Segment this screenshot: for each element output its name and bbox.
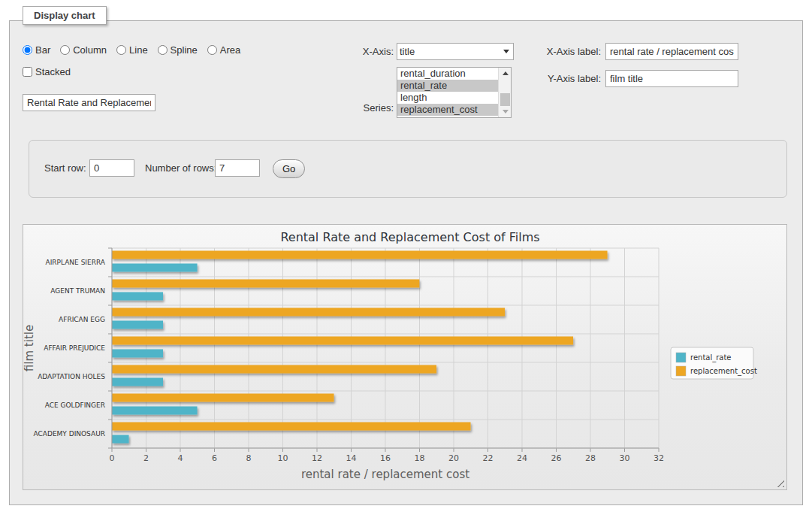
category-label: AGENT TRUMAN	[50, 287, 105, 295]
bar-replacement_cost[interactable]	[112, 308, 505, 317]
start-row-input[interactable]	[89, 159, 134, 177]
x-axis-label-input[interactable]	[605, 43, 738, 60]
scroll-down-icon[interactable]	[499, 106, 512, 117]
bar-rental_rate[interactable]	[112, 350, 163, 358]
bar-rental_rate[interactable]	[112, 321, 163, 329]
bar-rental_rate[interactable]	[112, 264, 198, 272]
start-row-label: Start row:	[44, 159, 86, 177]
x-tick-label: 0	[110, 453, 115, 463]
radio-area-input[interactable]	[207, 45, 217, 55]
legend-label-rental_rate[interactable]: rental_rate	[690, 353, 732, 362]
x-tick-label: 8	[246, 453, 252, 463]
series-option-replacement-cost[interactable]: replacement_cost	[397, 104, 498, 116]
fieldset-legend: Display chart	[23, 6, 107, 25]
series-option-rental-rate[interactable]: rental_rate	[397, 80, 498, 92]
category-label: AFRICAN EGG	[59, 316, 105, 323]
chart-title: Rental Rate and Replacement Cost of Film…	[280, 230, 539, 244]
x-tick-label: 30	[620, 453, 630, 463]
chart-title-input[interactable]	[23, 94, 155, 111]
x-tick-label: 26	[551, 453, 562, 463]
radio-spline[interactable]: Spline	[158, 44, 198, 56]
bar-replacement_cost[interactable]	[112, 423, 471, 431]
y-axis-label-label: Y-Axis label:	[535, 70, 601, 87]
x-tick-label: 14	[346, 453, 357, 463]
x-tick-label: 28	[585, 453, 596, 463]
radio-bar[interactable]: Bar	[23, 44, 50, 56]
x-axis-title: rental rate / replacement cost	[301, 468, 469, 481]
x-tick-label: 32	[654, 453, 664, 463]
bar-replacement_cost[interactable]	[112, 394, 334, 402]
y-axis-title: film title	[23, 325, 36, 371]
series-option-rental-duration[interactable]: rental_duration	[397, 68, 498, 80]
y-axis-label-input[interactable]	[605, 70, 738, 87]
x-tick-label: 6	[212, 453, 217, 463]
bar-replacement_cost[interactable]	[112, 337, 573, 345]
radio-area[interactable]: Area	[207, 44, 240, 56]
bar-replacement_cost[interactable]	[112, 280, 419, 288]
radio-spline-label: Spline	[171, 44, 198, 56]
chart-type-radios: Bar Column Line Spline Area	[23, 44, 240, 56]
radio-area-label: Area	[220, 44, 240, 56]
radio-bar-input[interactable]	[23, 45, 32, 55]
category-label: AIRPLANE SIERRA	[45, 259, 105, 266]
radio-line-label: Line	[129, 44, 148, 56]
x-tick-label: 22	[483, 453, 494, 463]
radio-column-label: Column	[73, 44, 107, 56]
bar-rental_rate[interactable]	[112, 378, 163, 386]
legend-label-replacement_cost[interactable]: replacement_cost	[690, 367, 757, 376]
x-tick-label: 20	[448, 453, 459, 463]
bar-rental_rate[interactable]	[112, 435, 129, 444]
row-controls-panel: Start row: Number of rows: Go	[29, 140, 787, 198]
page: Display chart Bar Column Line Spline Are…	[0, 0, 812, 512]
go-button[interactable]: Go	[273, 159, 305, 178]
radio-column[interactable]: Column	[60, 44, 107, 56]
x-tick-label: 10	[278, 453, 288, 463]
category-label: AFFAIR PREJUDICE	[44, 344, 105, 352]
bar-rental_rate[interactable]	[112, 407, 198, 415]
x-tick-label: 2	[143, 453, 149, 463]
category-label: ADAPTATION HOLES	[38, 373, 105, 380]
bar-replacement_cost[interactable]	[112, 365, 436, 374]
series-select-label: Series:	[319, 99, 394, 117]
num-rows-input[interactable]	[215, 159, 260, 177]
stacked-checkbox-row: Stacked	[23, 66, 71, 77]
radio-line-input[interactable]	[116, 45, 126, 55]
num-rows-label: Number of rows:	[145, 159, 216, 177]
radio-bar-label: Bar	[35, 44, 50, 56]
radio-spline-input[interactable]	[158, 45, 168, 55]
bar-rental_rate[interactable]	[112, 292, 163, 301]
stacked-label: Stacked	[35, 66, 71, 77]
x-tick-label: 16	[380, 453, 391, 463]
bar-replacement_cost[interactable]	[112, 251, 608, 259]
x-tick-label: 4	[178, 453, 183, 463]
chart-container: 02468101214161820222426283032AIRPLANE SI…	[23, 224, 787, 490]
x-tick-label: 12	[312, 453, 322, 463]
series-listbox[interactable]: rental_duration rental_rate length repla…	[397, 67, 512, 118]
category-label: ACADEMY DINOSAUR	[34, 430, 105, 438]
x-axis-select-label: X-Axis:	[319, 43, 394, 60]
radio-line[interactable]: Line	[116, 44, 148, 56]
series-option-length[interactable]: length	[397, 92, 498, 104]
category-label: ACE GOLDFINGER	[45, 401, 105, 409]
chart-svg: 02468101214161820222426283032AIRPLANE SI…	[23, 225, 786, 489]
x-tick-label: 24	[517, 453, 527, 463]
listbox-scrollbar[interactable]	[498, 68, 511, 117]
legend-swatch-replacement_cost[interactable]	[676, 366, 686, 376]
x-axis-select-wrap: title	[397, 43, 514, 60]
radio-column-input[interactable]	[60, 45, 70, 55]
x-tick-label: 18	[415, 453, 425, 463]
scroll-up-icon[interactable]	[499, 68, 512, 79]
x-axis-label-label: X-Axis label:	[535, 43, 601, 60]
stacked-checkbox[interactable]: Stacked	[23, 66, 71, 77]
x-axis-select[interactable]: title	[397, 43, 514, 60]
legend-swatch-rental_rate[interactable]	[676, 353, 686, 362]
stacked-checkbox-input[interactable]	[23, 67, 32, 77]
